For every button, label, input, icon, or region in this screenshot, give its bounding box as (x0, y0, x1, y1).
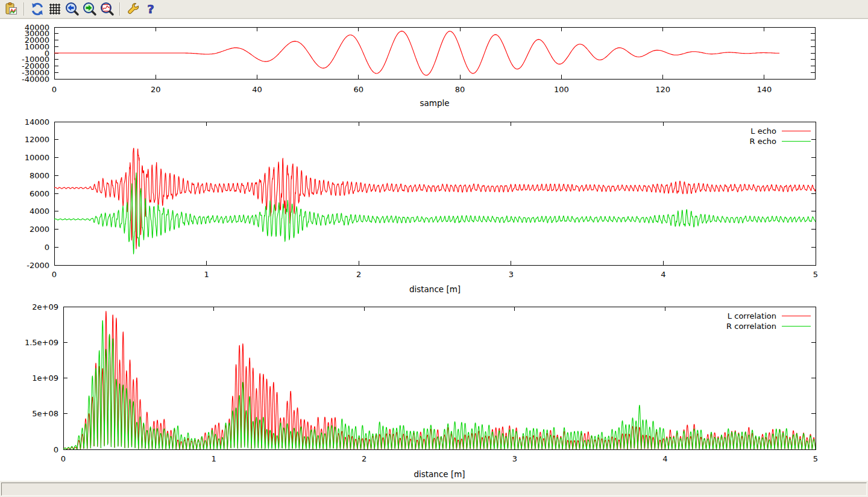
y-tick-label: -2000 (27, 261, 49, 270)
legend-label: L echo (750, 127, 776, 136)
x-tick-label: 1 (204, 270, 209, 279)
x-tick-label: 40 (252, 85, 262, 94)
x-tick-label: 1 (211, 454, 216, 463)
config-wrench-icon (126, 2, 140, 16)
plot-border (63, 307, 816, 449)
grid-icon (48, 2, 62, 16)
y-tick-label: 2e+09 (32, 302, 58, 311)
series-l-correlation (63, 311, 816, 449)
autoscale-button[interactable] (99, 1, 115, 17)
help-icon: ? (143, 2, 158, 16)
help-button[interactable]: ? (142, 1, 159, 17)
series-l-echo (54, 148, 816, 249)
x-tick-label: 2 (356, 270, 361, 279)
y-tick-label: 1.5e+09 (25, 338, 58, 347)
y-tick-label: 40000 (25, 23, 49, 32)
zoom-next-icon (83, 2, 97, 16)
y-tick-label: 4000 (30, 207, 49, 216)
series-r-correlation (63, 320, 816, 449)
x-tick-label: 5 (813, 454, 818, 463)
y-tick-label: 10000 (25, 153, 49, 162)
config-button[interactable] (125, 1, 141, 17)
legend-label: L correlation (728, 311, 776, 320)
toolbar: ? (0, 0, 868, 19)
x-tick-label: 20 (151, 85, 161, 94)
x-axis-label: distance [m] (409, 284, 461, 294)
x-tick-label: 4 (661, 270, 665, 279)
x-tick-label: 0 (52, 85, 57, 94)
gnuplot-window: { "app": { "name": "gnuplot", "statusbar… (0, 0, 868, 497)
y-tick-label: 0 (54, 445, 58, 454)
status-bar (1, 483, 867, 496)
chart-pulse: 020406080100120140-40000-30000-20000-100… (22, 23, 815, 108)
x-tick-label: 4 (662, 454, 667, 463)
x-tick-label: 5 (813, 270, 818, 279)
autoscale-icon (100, 2, 115, 16)
series-pulse (54, 31, 779, 75)
grid-button[interactable] (46, 1, 63, 17)
x-tick-label: 3 (512, 454, 517, 463)
replot-button[interactable] (29, 1, 45, 17)
x-tick-label: 120 (655, 85, 670, 94)
zoom-next-button[interactable] (81, 1, 98, 17)
copy-clipboard-icon (4, 2, 19, 16)
gnuplot-charts[interactable]: 020406080100120140-40000-30000-20000-100… (0, 19, 868, 481)
y-tick-label: 0 (45, 243, 49, 252)
x-tick-label: 60 (354, 85, 364, 94)
y-tick-label: 5e+08 (32, 409, 58, 418)
chart-echo: 012345-200002000400060008000100001200014… (25, 117, 819, 295)
toolbar-separator (24, 2, 25, 16)
svg-text:?: ? (147, 2, 154, 16)
x-tick-label: 0 (52, 270, 57, 279)
x-tick-label: 140 (756, 85, 772, 94)
zoom-previous-button[interactable] (64, 1, 80, 17)
y-tick-label: 6000 (30, 189, 49, 198)
y-tick-label: 8000 (30, 171, 49, 180)
replot-icon (30, 2, 45, 16)
copy-clipboard-button[interactable] (3, 1, 19, 17)
series-r-echo (54, 173, 816, 254)
x-tick-label: 80 (455, 85, 465, 94)
x-tick-label: 2 (362, 454, 366, 463)
x-axis-label: distance [m] (414, 469, 465, 479)
zoom-previous-icon (65, 2, 80, 16)
y-tick-label: 1e+09 (32, 374, 58, 383)
y-tick-label: 12000 (25, 135, 49, 144)
toolbar-separator (119, 2, 121, 16)
y-tick-label: 2000 (30, 225, 49, 234)
x-tick-label: 3 (509, 270, 514, 279)
x-tick-label: 0 (61, 454, 66, 463)
y-tick-label: 14000 (25, 117, 49, 127)
x-axis-label: sample (420, 98, 449, 108)
chart-correlation: 01234505e+081e+091.5e+092e+09distance [m… (25, 302, 818, 480)
x-tick-label: 100 (554, 85, 569, 94)
plot-area-background: 020406080100120140-40000-30000-20000-100… (0, 19, 868, 481)
axis-ticks (63, 307, 816, 449)
legend-label: R correlation (726, 322, 776, 331)
legend-label: R echo (749, 137, 776, 146)
